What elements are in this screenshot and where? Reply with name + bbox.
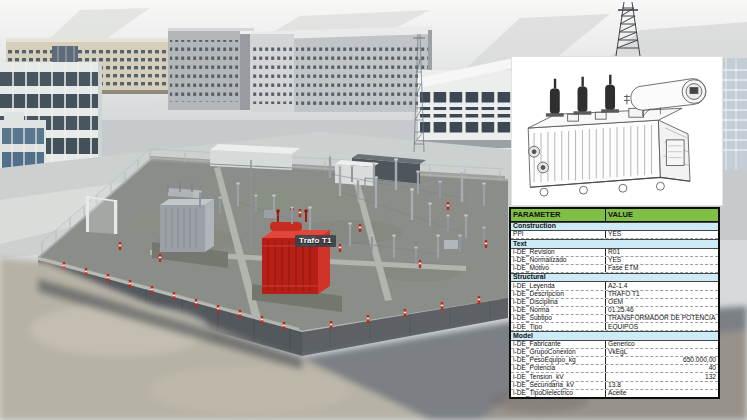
parameter-cell: i-DE_Revision (511, 249, 606, 256)
parameter-cell: i-DE_Potencia (511, 365, 606, 372)
table-row: i-DE_SubtipoTRANSFORMADOR DE POTENCIA (511, 315, 718, 323)
parameter-cell: PPI (511, 231, 606, 238)
parameter-cell: i-DE_Norma (511, 307, 606, 314)
value-cell: R01 (606, 249, 718, 256)
power-transformer-drawing-icon (512, 57, 722, 205)
equipment-drawing-panel (511, 56, 723, 206)
access-gate (86, 196, 118, 234)
parameter-cell: i-DE_Tension_kV (511, 373, 606, 380)
table-row: i-DE_Potencia40 (511, 365, 718, 373)
column-header-parameter: PARAMETER (511, 209, 606, 221)
table-row: i-DE_Norma01.25.46 (511, 307, 718, 315)
table-section-text: Text (511, 239, 718, 248)
parameter-cell: i-DE_Descripcion (511, 291, 606, 298)
parameter-cell: i-DE_Leyenda (511, 282, 606, 289)
value-cell: Aceite (606, 390, 718, 397)
value-cell: 132 (606, 374, 718, 381)
parameter-cell: i-DE_Motivo (511, 265, 606, 272)
table-row: i-DE_GrupoConexiónVkEgL (511, 349, 718, 357)
table-row: i-DE_MotivoFase ETM (511, 265, 718, 273)
table-row: i-DE_TipoEQUIPOS (511, 323, 718, 331)
value-cell: TRAFO T1 (606, 291, 718, 298)
value-cell: 40 (606, 365, 718, 372)
parameter-cell: i-DE_Fabricante (511, 341, 606, 348)
bim-viewer-window: Trafo T1 (0, 0, 747, 420)
value-cell: Generico (606, 341, 718, 348)
building-gray-concrete (168, 28, 254, 110)
column-header-value: VALUE (606, 209, 718, 221)
table-section-structural: Structural (511, 273, 718, 282)
control-building (210, 144, 300, 170)
parameter-cell: i-DE_Secundaria_kV (511, 382, 606, 389)
parameter-cell: i-DE_Subtipo (511, 315, 606, 322)
value-cell: A2-1.4 (606, 283, 718, 290)
table-row: i-DE_NormalizadoYES (511, 257, 718, 265)
table-row: i-DE_FabricanteGenerico (511, 341, 718, 349)
building-center-block (250, 26, 432, 112)
value-cell: YES (606, 257, 718, 264)
value-cell: 650.000,00 (606, 357, 718, 364)
parameter-cell: i-DE_Normalizado (511, 257, 606, 264)
value-cell: Fase ETM (606, 265, 718, 272)
parameter-table-panel: PARAMETER VALUE ConstructionPPIYESTexti-… (509, 207, 720, 399)
value-cell: OEM (606, 299, 718, 306)
table-row: i-DE_Tension_kV132 (511, 373, 718, 381)
value-cell: 13.8 (606, 382, 718, 389)
table-row: i-DE_PesoEquipo_kg650.000,00 (511, 357, 718, 365)
selected-equipment-label: Trafo T1 (295, 235, 336, 247)
parameter-cell: i-DE_Tipo (511, 323, 606, 330)
table-row: PPIYES (511, 231, 718, 239)
value-cell: YES (606, 231, 718, 238)
parameter-cell: i-DE_Disciplina (511, 299, 606, 306)
table-section-construction: Construction (511, 222, 718, 231)
parameter-table-header: PARAMETER VALUE (511, 209, 718, 222)
bushing-icons (546, 75, 619, 117)
parameter-table-body: ConstructionPPIYESTexti-DE_RevisionR01i-… (511, 222, 718, 397)
table-row: i-DE_TipoDielectricoAceite (511, 390, 718, 397)
building-right-glass (418, 58, 514, 150)
table-row: i-DE_DescripcionTRAFO T1 (511, 291, 718, 299)
table-row: i-DE_Secundaria_kV13.8 (511, 382, 718, 390)
table-row: i-DE_LeyendaA2-1.4 (511, 282, 718, 290)
parameter-cell: i-DE_PesoEquipo_kg (511, 357, 606, 364)
value-cell: EQUIPOS (606, 324, 718, 331)
value-cell: 01.25.46 (606, 307, 718, 314)
parameter-cell: i-DE_TipoDielectrico (511, 390, 606, 397)
table-row: i-DE_RevisionR01 (511, 249, 718, 257)
table-row: i-DE_DisciplinaOEM (511, 299, 718, 307)
value-cell: TRANSFORMADOR DE POTENCIA (606, 315, 718, 322)
value-cell: VkEgL (606, 349, 718, 356)
parameter-cell: i-DE_GrupoConexión (511, 349, 606, 356)
table-section-model: Model (511, 331, 718, 340)
